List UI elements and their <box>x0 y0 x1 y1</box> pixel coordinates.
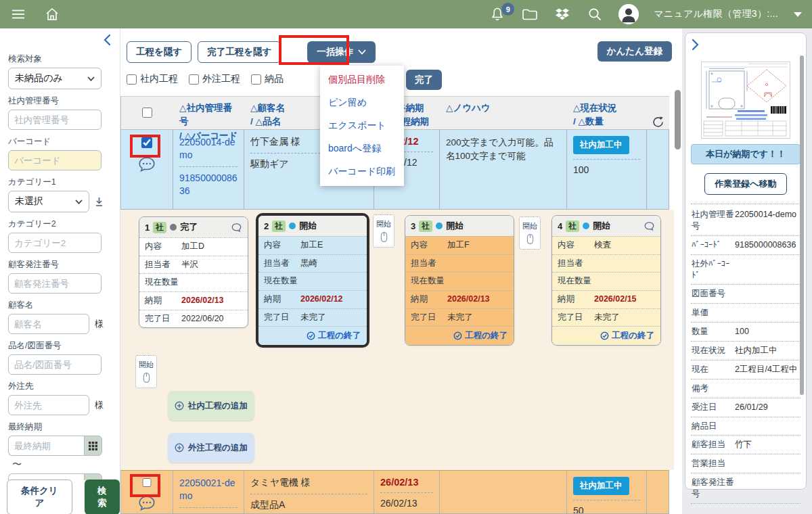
home-icon[interactable] <box>43 5 61 23</box>
blueprint-thumbnail[interactable] <box>701 62 790 139</box>
customer-order-no-label: 顧客発注番号 <box>8 259 113 271</box>
table-row[interactable]: 22050021-demo タミヤ電機 様 成型品A 26/02/13 26/0… <box>120 470 669 514</box>
filter-external-process[interactable]: 外注工程 <box>189 73 240 85</box>
product-name-label: 品名/図面番号 <box>8 340 113 352</box>
easy-register-button[interactable]: かんたん登録 <box>597 41 672 62</box>
item-number-link[interactable]: 22050021-demo <box>179 477 238 503</box>
category2-label: カテゴリー2 <box>8 218 113 230</box>
end-process-link[interactable]: 工程の終了 <box>405 326 514 345</box>
scroll-to-bottom-icon[interactable] <box>95 197 104 207</box>
hide-done-process-button[interactable]: 完了工程を隠す <box>198 41 281 63</box>
end-process-link[interactable]: 工程の終了 <box>258 326 367 345</box>
field-customer-contact: 顧客担当竹下 <box>691 436 800 454</box>
menu-item-barcode-print[interactable]: バーコード印刷 <box>320 160 404 183</box>
field-barcode: ﾊﾞｰｺｰﾄﾞ9185000008636 <box>691 236 800 255</box>
category1-select[interactable]: 未選択 <box>8 191 89 212</box>
search-target-label: 検索対象 <box>8 53 113 65</box>
check-circle-icon <box>600 331 609 340</box>
chat-icon[interactable] <box>137 156 156 173</box>
field-delivery-date: 納品日 <box>691 417 800 436</box>
vendor-input[interactable] <box>8 395 89 415</box>
bulk-operation-button[interactable]: 一括操作 <box>307 41 376 63</box>
product-name: 成型品A <box>250 499 367 511</box>
clear-conditions-button[interactable]: 条件クリア <box>7 480 72 514</box>
table-scrollbar[interactable] <box>675 90 681 149</box>
folder-icon[interactable] <box>521 5 539 23</box>
menu-item-delete-items[interactable]: 個別品目削除 <box>320 68 404 91</box>
field-drawing-number: 図面番号 <box>691 285 800 304</box>
process-card-header: 1 社 完了 <box>139 217 248 237</box>
kanri-label: 社内管理番号 <box>8 95 113 107</box>
final-due-label: 最終納期 <box>8 421 113 433</box>
process-drag-handle[interactable]: 開始 <box>373 214 394 248</box>
filter-external-checkbox[interactable] <box>189 74 199 85</box>
search-target-select[interactable]: 未納品のみ <box>8 68 102 89</box>
add-external-process-button[interactable]: 外注工程の追加 <box>168 433 254 463</box>
customer-name: タミヤ電機 様 <box>250 477 367 489</box>
filter-delivery[interactable]: 納品 <box>251 73 284 85</box>
panel-expand-icon[interactable] <box>691 39 700 51</box>
row-checkbox[interactable] <box>141 478 152 487</box>
field-quantity: 数量100 <box>691 323 800 342</box>
calendar-icon[interactable] <box>84 436 102 456</box>
chat-icon[interactable] <box>644 221 655 231</box>
user-menu-caret-icon[interactable] <box>793 11 803 18</box>
filter-internal-checkbox[interactable] <box>127 74 137 85</box>
done-filter-button[interactable]: 完了 <box>406 70 442 90</box>
plus-circle-icon <box>175 401 184 411</box>
customer-suffix: 様 <box>95 318 104 330</box>
filter-delivery-checkbox[interactable] <box>251 74 261 85</box>
process-card-3[interactable]: 3 社 開始 内容加工F 担当者 現在数量 納期2026/02/13 完了日未完… <box>405 215 514 346</box>
move-to-work-register-button[interactable]: 作業登録へ移動 <box>704 173 786 195</box>
row-checkbox[interactable] <box>141 137 152 148</box>
item-barcode-link[interactable]: 9185000008636 <box>179 172 238 197</box>
item-number-link[interactable]: 22050014-demo <box>179 136 238 162</box>
kanri-input[interactable] <box>8 110 102 130</box>
customer-name-input[interactable] <box>8 314 89 334</box>
product-name-input[interactable] <box>8 354 102 375</box>
refresh-icon[interactable] <box>652 116 664 128</box>
process-cards-zone: 1 社 完了 内容加工D 担当者半沢 現在数量 納期2026/02/13 完了日… <box>120 210 674 470</box>
chat-icon[interactable] <box>137 494 156 512</box>
search-button[interactable]: 検索 <box>85 480 120 514</box>
process-card-4[interactable]: 4 社 開始 内容検査 担当者 現在数量 納期2026/02/15 完了日未完了… <box>551 215 661 346</box>
internal-chip: 社 <box>153 222 166 233</box>
process-drag-handle[interactable]: 開始 <box>519 216 541 250</box>
menu-item-pin[interactable]: ピン留め <box>320 91 404 114</box>
barcode-input[interactable] <box>8 150 102 170</box>
status-badge: 社内加工中 <box>573 477 629 495</box>
knowhow-cell <box>440 471 567 513</box>
menu-item-export[interactable]: エクスポート <box>320 114 404 137</box>
check-circle-icon <box>453 331 462 340</box>
category2-input[interactable] <box>8 233 102 253</box>
hamburger-menu-icon[interactable] <box>9 5 27 23</box>
avatar[interactable] <box>618 4 639 24</box>
sidebar-collapse-icon[interactable] <box>103 34 112 46</box>
notifications-bell-icon[interactable]: 9 <box>489 5 506 23</box>
panel-scrollbar[interactable] <box>800 55 804 395</box>
menu-item-board-register[interactable]: boardへ登録 <box>320 137 404 160</box>
status-cell: 社内加工中 100 <box>567 130 647 209</box>
hide-process-button[interactable]: 工程を隠す <box>127 41 191 63</box>
process-status: 完了 <box>180 221 198 233</box>
chat-icon[interactable] <box>231 223 242 233</box>
end-process-link[interactable]: 工程の終了 <box>552 326 660 345</box>
search-icon[interactable] <box>586 5 604 23</box>
final-due-from-input[interactable] <box>8 436 84 456</box>
internal-chip: 社 <box>566 220 579 232</box>
add-internal-process-button[interactable]: 社内工程の追加 <box>168 391 254 421</box>
process-card-1[interactable]: 1 社 完了 内容加工D 担当者半沢 現在数量 納期2026/02/13 完了日… <box>139 216 248 328</box>
user-role-label[interactable]: マニュアル権限（管理3）:... <box>654 8 778 20</box>
process-card-2[interactable]: 2 社 開始 内容加工E 担当者黒崎 現在数量 納期2026/02/12 完了日… <box>256 213 369 348</box>
process-drag-handle[interactable]: 開始 <box>135 355 157 388</box>
vendor-suffix: 様 <box>95 399 104 411</box>
select-all-checkbox[interactable] <box>142 108 152 118</box>
status-badge: 社内加工中 <box>573 136 629 154</box>
customer-cell: タミヤ電機 様 成型品A <box>244 471 374 513</box>
dropbox-icon[interactable] <box>554 5 571 23</box>
status-dot <box>289 223 296 229</box>
customer-order-no-input[interactable] <box>8 273 102 294</box>
internal-chip: 社 <box>272 220 286 232</box>
extra-cell <box>647 471 669 513</box>
filter-internal-process[interactable]: 社内工程 <box>127 73 178 85</box>
